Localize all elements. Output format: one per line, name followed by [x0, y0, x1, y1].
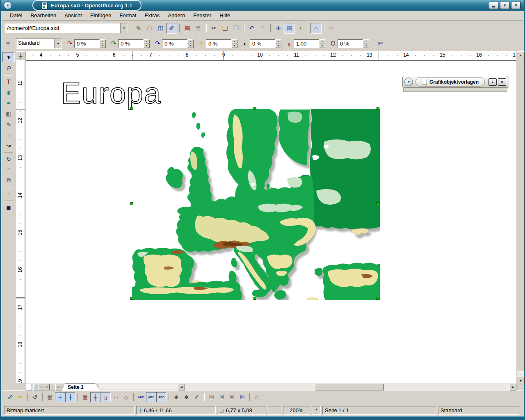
red-field-down[interactable]: ▼	[100, 43, 106, 48]
url-dropdown-button[interactable]: ▼	[120, 23, 128, 33]
selection-handle[interactable]	[253, 107, 256, 110]
selection-handle[interactable]	[253, 297, 256, 300]
paint-mode-icon[interactable]: ✐	[192, 392, 202, 402]
open-icon[interactable]: ☖	[144, 23, 155, 34]
view-mode-master-icon[interactable]: ▯	[39, 384, 44, 390]
page-title-text[interactable]: Europa	[61, 76, 161, 110]
blue-field-up[interactable]: ▲	[187, 39, 194, 44]
transparency-field-down[interactable]: ▼	[363, 43, 369, 48]
red-field[interactable]: 0 %	[74, 39, 100, 48]
picture-placeholder-icon[interactable]: ☒	[206, 392, 217, 402]
gamma-field[interactable]: 1,00	[294, 39, 319, 48]
text-tool[interactable]: T	[2, 76, 15, 87]
brightness-field-down[interactable]: ▼	[231, 43, 237, 48]
paste-icon[interactable]: ❒	[231, 23, 242, 34]
ruler-split-box[interactable]	[26, 384, 32, 390]
brightness-field-up[interactable]: ▲	[231, 39, 237, 44]
selection-handle[interactable]	[130, 297, 133, 300]
ruler-origin-button[interactable]: ┼	[16, 51, 25, 61]
snap-grid-icon[interactable]: ▦	[80, 392, 90, 402]
cut-icon[interactable]: ✂	[208, 23, 219, 34]
curve-tool[interactable]: ∿	[2, 119, 15, 129]
scroll-right-button[interactable]: ▶	[509, 384, 516, 390]
menu-format[interactable]: Format	[115, 11, 140, 19]
status-size-cell[interactable]: ▢ 6,77 x 5,08	[217, 406, 266, 415]
undo-icon[interactable]: ↶	[246, 23, 257, 34]
contrast-field-down[interactable]: ▼	[275, 43, 281, 48]
menu-datei[interactable]: Datei	[6, 11, 26, 19]
snap-points-icon[interactable]: ◇	[121, 392, 131, 402]
view-mode-layer-icon[interactable]: ⊡	[44, 384, 50, 390]
zoom-tool[interactable]: ⚲	[2, 63, 15, 73]
align-tool[interactable]: ≡	[2, 164, 15, 175]
new-doc-icon[interactable]: ✎	[133, 23, 144, 34]
contrast-field[interactable]: 0 %	[250, 39, 275, 48]
selection-handle[interactable]	[377, 202, 379, 205]
dblclick-textedit-icon[interactable]: ABC	[156, 392, 167, 402]
menu-bearbeiten[interactable]: Bearbeiten	[26, 11, 60, 19]
vertical-scroll-thumb[interactable]	[517, 58, 525, 371]
brightness-field[interactable]: 0 %	[206, 39, 231, 48]
rotation-mode-icon[interactable]: ↺	[30, 392, 40, 402]
transparency-field[interactable]: 0 %	[338, 39, 363, 48]
guides-front-icon[interactable]: ╂	[65, 392, 75, 402]
text-placeholder-icon[interactable]: ☒	[227, 392, 237, 402]
vertical-scrollbar[interactable]: ▲ ▼	[517, 51, 524, 383]
vertical-ruler[interactable]: 111213141516171819	[16, 60, 25, 383]
scroll-left-button[interactable]: ◀	[178, 384, 185, 390]
snap-border-icon[interactable]: □	[111, 392, 121, 402]
snap-guides-icon[interactable]: ┼	[90, 392, 100, 402]
status-zoom-cell[interactable]: 200%	[283, 406, 310, 415]
horizontal-ruler[interactable]: 4567891011121314151617	[26, 51, 516, 60]
gamma-field-up[interactable]: ▲	[319, 39, 325, 44]
lines-arrows-tool[interactable]: →	[2, 130, 15, 140]
blue-field[interactable]: 0 %	[162, 39, 187, 48]
edit-file-icon[interactable]: ✐	[166, 23, 177, 34]
green-field[interactable]: 0 %	[118, 39, 144, 48]
glue-points-icon[interactable]: ✏	[15, 392, 25, 402]
stylist-icon[interactable]: ▤	[284, 23, 295, 34]
menu-ansicht[interactable]: Ansicht	[60, 11, 86, 19]
select-text-area-icon[interactable]: ABC	[146, 392, 156, 402]
selection-handle[interactable]	[377, 297, 379, 300]
gallery-icon[interactable]: ♁	[295, 23, 306, 34]
view-mode-drawing-icon[interactable]: ❏	[33, 384, 39, 390]
horizontal-scroll-thumb[interactable]	[315, 384, 384, 390]
crop-icon[interactable]: ✄	[375, 38, 386, 49]
minimize-button[interactable]: ▂	[489, 2, 498, 9]
blue-field-down[interactable]: ▼	[187, 43, 194, 48]
insert-tool[interactable]: ◔	[2, 189, 15, 199]
menu-extras[interactable]: Extras	[140, 11, 164, 19]
stylist-menu-button[interactable]: ▼	[404, 78, 413, 86]
arrange-tool[interactable]: ⧉	[2, 175, 15, 185]
guides-visible-icon[interactable]: ┼	[55, 392, 65, 402]
window-menu-button[interactable]: ▼	[4, 1, 12, 9]
europe-map-bitmap[interactable]	[132, 109, 380, 300]
close-button[interactable]: ✕	[511, 2, 520, 9]
print-icon[interactable]: ≣	[193, 23, 204, 34]
status-style-cell[interactable]: Standard	[438, 406, 519, 415]
transparency-field-up[interactable]: ▲	[363, 39, 369, 44]
contrast-field-up[interactable]: ▲	[275, 39, 281, 44]
effects3d-tool[interactable]: ◼	[2, 202, 15, 212]
selection-handle[interactable]	[377, 107, 379, 110]
green-field-down[interactable]: ▼	[144, 43, 150, 48]
stylist-close-button[interactable]: ✕	[498, 78, 506, 86]
edit-points-icon[interactable]: ☍	[5, 392, 15, 402]
stylist-rollup-button[interactable]: ▲	[488, 78, 497, 86]
grid-visible-icon[interactable]: ▦	[45, 392, 55, 402]
graphics-mode-value[interactable]: Standard	[16, 39, 54, 48]
selection-handle[interactable]	[130, 202, 133, 205]
bitmap-view-icon[interactable]: ⌂	[310, 23, 322, 34]
shade-button[interactable]: ▼	[500, 2, 509, 9]
graphics-mode-dropdown-button[interactable]: ▼	[54, 39, 62, 48]
gamma-field-down[interactable]: ▼	[319, 43, 325, 48]
modify-position-icon[interactable]: ✥	[181, 392, 192, 402]
export-pdf-icon[interactable]: ▤	[182, 23, 193, 34]
quick-edit-icon[interactable]: ABC	[136, 392, 146, 402]
menu-ndern[interactable]: Ändern	[164, 11, 189, 19]
menu-fenster[interactable]: Fenster	[189, 11, 215, 19]
red-field-up[interactable]: ▲	[100, 39, 106, 44]
hairlines-icon[interactable]: ☒	[237, 392, 247, 402]
navigator-icon[interactable]: ✛	[273, 23, 284, 34]
